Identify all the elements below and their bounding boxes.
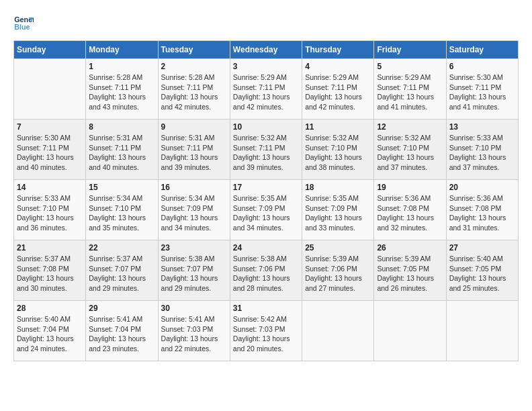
calendar-week-2: 7Sunrise: 5:30 AM Sunset: 7:11 PM Daylig… [14,120,519,180]
day-info: Sunrise: 5:38 AM Sunset: 7:07 PM Dayligh… [161,254,227,293]
calendar-cell: 18Sunrise: 5:35 AM Sunset: 7:09 PM Dayli… [302,180,374,240]
calendar-cell: 6Sunrise: 5:30 AM Sunset: 7:11 PM Daylig… [446,59,518,120]
day-number: 9 [161,122,227,132]
day-number: 26 [377,243,443,253]
day-number: 5 [377,62,443,71]
day-info: Sunrise: 5:36 AM Sunset: 7:08 PM Dayligh… [377,193,443,233]
calendar-cell: 27Sunrise: 5:40 AM Sunset: 7:05 PM Dayli… [446,240,518,301]
col-header-monday: Monday [86,41,158,59]
calendar-cell: 23Sunrise: 5:38 AM Sunset: 7:07 PM Dayli… [158,240,230,301]
calendar-cell: 15Sunrise: 5:34 AM Sunset: 7:10 PM Dayli… [86,180,158,240]
day-info: Sunrise: 5:33 AM Sunset: 7:10 PM Dayligh… [449,133,515,173]
day-number: 21 [17,243,83,253]
day-number: 31 [233,304,299,313]
logo: General Blue [13,13,36,34]
day-number: 1 [89,62,154,71]
day-info: Sunrise: 5:29 AM Sunset: 7:11 PM Dayligh… [233,73,299,112]
calendar-cell: 16Sunrise: 5:34 AM Sunset: 7:09 PM Dayli… [158,180,230,240]
calendar-cell: 26Sunrise: 5:39 AM Sunset: 7:05 PM Dayli… [374,240,446,301]
day-number: 12 [377,122,443,132]
day-number: 28 [17,304,83,313]
calendar-cell [446,301,518,361]
day-number: 8 [89,122,154,132]
calendar-week-1: 1Sunrise: 5:28 AM Sunset: 7:11 PM Daylig… [14,59,519,120]
day-number: 29 [89,304,154,313]
day-number: 24 [233,243,299,253]
day-number: 30 [161,304,227,313]
col-header-friday: Friday [374,41,446,59]
day-info: Sunrise: 5:28 AM Sunset: 7:11 PM Dayligh… [89,73,154,112]
calendar-cell: 20Sunrise: 5:36 AM Sunset: 7:08 PM Dayli… [446,180,518,240]
col-header-thursday: Thursday [302,41,374,59]
day-info: Sunrise: 5:41 AM Sunset: 7:04 PM Dayligh… [89,314,154,354]
day-info: Sunrise: 5:32 AM Sunset: 7:10 PM Dayligh… [305,133,371,173]
calendar-cell: 13Sunrise: 5:33 AM Sunset: 7:10 PM Dayli… [446,120,518,180]
calendar-cell: 2Sunrise: 5:28 AM Sunset: 7:11 PM Daylig… [158,59,230,120]
col-header-wednesday: Wednesday [230,41,302,59]
calendar-cell [302,301,374,361]
calendar-cell: 4Sunrise: 5:29 AM Sunset: 7:11 PM Daylig… [302,59,374,120]
day-info: Sunrise: 5:39 AM Sunset: 7:05 PM Dayligh… [377,254,443,293]
day-number: 15 [89,183,154,192]
calendar-cell: 31Sunrise: 5:42 AM Sunset: 7:03 PM Dayli… [230,301,302,361]
svg-text:Blue: Blue [14,23,30,31]
day-info: Sunrise: 5:31 AM Sunset: 7:11 PM Dayligh… [161,133,227,173]
day-info: Sunrise: 5:30 AM Sunset: 7:11 PM Dayligh… [17,133,83,173]
day-info: Sunrise: 5:39 AM Sunset: 7:06 PM Dayligh… [305,254,371,293]
calendar-cell: 24Sunrise: 5:38 AM Sunset: 7:06 PM Dayli… [230,240,302,301]
col-header-saturday: Saturday [446,41,518,59]
calendar-cell: 1Sunrise: 5:28 AM Sunset: 7:11 PM Daylig… [86,59,158,120]
day-number: 2 [161,62,227,71]
calendar-cell: 11Sunrise: 5:32 AM Sunset: 7:10 PM Dayli… [302,120,374,180]
day-number: 16 [161,183,227,192]
day-info: Sunrise: 5:40 AM Sunset: 7:05 PM Dayligh… [449,254,515,293]
day-info: Sunrise: 5:29 AM Sunset: 7:11 PM Dayligh… [305,73,371,112]
calendar-cell: 22Sunrise: 5:37 AM Sunset: 7:07 PM Dayli… [86,240,158,301]
logo-icon: General Blue [13,13,34,34]
day-info: Sunrise: 5:36 AM Sunset: 7:08 PM Dayligh… [449,193,515,233]
day-number: 11 [305,122,371,132]
calendar-week-5: 28Sunrise: 5:40 AM Sunset: 7:04 PM Dayli… [14,301,519,361]
header: General Blue [13,13,519,34]
day-info: Sunrise: 5:40 AM Sunset: 7:04 PM Dayligh… [17,314,83,354]
calendar-cell: 12Sunrise: 5:32 AM Sunset: 7:10 PM Dayli… [374,120,446,180]
day-number: 10 [233,122,299,132]
calendar-cell [374,301,446,361]
day-number: 3 [233,62,299,71]
day-info: Sunrise: 5:33 AM Sunset: 7:10 PM Dayligh… [17,193,83,233]
day-number: 25 [305,243,371,253]
day-number: 20 [449,183,515,192]
calendar-cell: 29Sunrise: 5:41 AM Sunset: 7:04 PM Dayli… [86,301,158,361]
day-info: Sunrise: 5:38 AM Sunset: 7:06 PM Dayligh… [233,254,299,293]
day-info: Sunrise: 5:35 AM Sunset: 7:09 PM Dayligh… [233,193,299,233]
day-number: 19 [377,183,443,192]
calendar-cell: 28Sunrise: 5:40 AM Sunset: 7:04 PM Dayli… [14,301,86,361]
calendar-cell: 10Sunrise: 5:32 AM Sunset: 7:11 PM Dayli… [230,120,302,180]
day-number: 6 [449,62,515,71]
day-number: 18 [305,183,371,192]
calendar-cell: 9Sunrise: 5:31 AM Sunset: 7:11 PM Daylig… [158,120,230,180]
calendar-cell: 30Sunrise: 5:41 AM Sunset: 7:03 PM Dayli… [158,301,230,361]
calendar-cell: 5Sunrise: 5:29 AM Sunset: 7:11 PM Daylig… [374,59,446,120]
day-info: Sunrise: 5:28 AM Sunset: 7:11 PM Dayligh… [161,73,227,112]
day-number: 27 [449,243,515,253]
calendar-cell: 17Sunrise: 5:35 AM Sunset: 7:09 PM Dayli… [230,180,302,240]
col-header-sunday: Sunday [14,41,86,59]
calendar-cell: 19Sunrise: 5:36 AM Sunset: 7:08 PM Dayli… [374,180,446,240]
day-info: Sunrise: 5:32 AM Sunset: 7:10 PM Dayligh… [377,133,443,173]
day-number: 13 [449,122,515,132]
calendar-cell: 7Sunrise: 5:30 AM Sunset: 7:11 PM Daylig… [14,120,86,180]
col-header-tuesday: Tuesday [158,41,230,59]
calendar-cell: 21Sunrise: 5:37 AM Sunset: 7:08 PM Dayli… [14,240,86,301]
day-info: Sunrise: 5:30 AM Sunset: 7:11 PM Dayligh… [449,73,515,112]
day-info: Sunrise: 5:41 AM Sunset: 7:03 PM Dayligh… [161,314,227,354]
calendar-cell: 14Sunrise: 5:33 AM Sunset: 7:10 PM Dayli… [14,180,86,240]
calendar-cell: 3Sunrise: 5:29 AM Sunset: 7:11 PM Daylig… [230,59,302,120]
calendar-cell: 8Sunrise: 5:31 AM Sunset: 7:11 PM Daylig… [86,120,158,180]
day-info: Sunrise: 5:32 AM Sunset: 7:11 PM Dayligh… [233,133,299,173]
day-number: 14 [17,183,83,192]
day-info: Sunrise: 5:34 AM Sunset: 7:09 PM Dayligh… [161,193,227,233]
day-info: Sunrise: 5:34 AM Sunset: 7:10 PM Dayligh… [89,193,154,233]
day-info: Sunrise: 5:42 AM Sunset: 7:03 PM Dayligh… [233,314,299,354]
day-info: Sunrise: 5:37 AM Sunset: 7:08 PM Dayligh… [17,254,83,293]
